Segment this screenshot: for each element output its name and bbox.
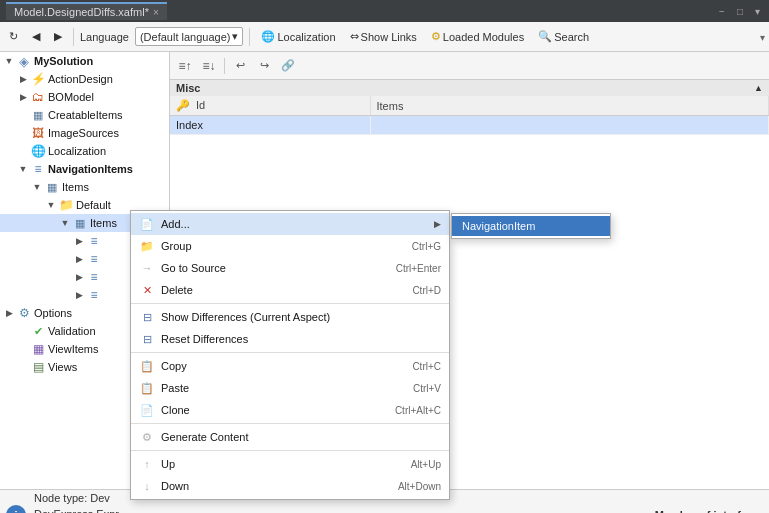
language-value: (Default language): [140, 31, 231, 43]
ctx-item-generate-content[interactable]: ⚙ Generate Content: [131, 426, 449, 448]
nav3-icon: ≡: [86, 269, 102, 285]
language-selector[interactable]: (Default language) ▾: [135, 27, 244, 46]
ctx-item-copy[interactable]: 📋 Copy Ctrl+C: [131, 355, 449, 377]
goto-source-icon: →: [139, 260, 155, 276]
ctx-shortcut-paste: Ctrl+V: [413, 383, 441, 394]
ctx-shortcut-down: Alt+Down: [398, 481, 441, 492]
cell-id: Index: [170, 116, 370, 135]
label-views: Views: [48, 361, 77, 373]
label-creatableitems: CreatableItems: [48, 109, 123, 121]
show-links-button[interactable]: ⇔ Show Links: [345, 27, 422, 46]
creatableitems-icon: ▦: [30, 107, 46, 123]
toggle-default[interactable]: ▼: [44, 200, 58, 210]
sidebar-item-navigationitems[interactable]: ▼ ≡ NavigationItems: [0, 160, 169, 178]
group-icon: 📁: [139, 238, 155, 254]
overflow-button[interactable]: ▾: [752, 5, 763, 18]
col-id-label: Id: [196, 99, 205, 111]
main-toolbar: ↻ ◀ ▶ Language (Default language) ▾ 🌐 Lo…: [0, 22, 769, 52]
toggle-actiondesign[interactable]: ▶: [16, 74, 30, 84]
label-mysolution: MySolution: [34, 55, 93, 67]
ctx-label-down: Down: [161, 480, 392, 492]
nav4-icon: ≡: [86, 287, 102, 303]
sidebar-item-items-l1[interactable]: ▼ ▦ Items: [0, 178, 169, 196]
add-submenu-arrow: ▶: [434, 219, 441, 229]
show-diff-icon: ⊟: [139, 309, 155, 325]
up-icon: ↑: [139, 456, 155, 472]
sort-asc-button[interactable]: ≡↑: [174, 55, 196, 77]
toolbar-separator-2: [249, 28, 250, 46]
action-icon: ⚡: [30, 71, 46, 87]
loaded-modules-button[interactable]: ⚙ Loaded Modules: [426, 27, 529, 46]
ctx-item-clone[interactable]: 📄 Clone Ctrl+Alt+C: [131, 399, 449, 421]
undo-button[interactable]: ↩: [229, 55, 251, 77]
sidebar-item-mysolution[interactable]: ▼ ◈ MySolution: [0, 52, 169, 70]
localization-button[interactable]: 🌐 Localization: [256, 27, 340, 46]
label-localization: Localization: [48, 145, 106, 157]
viewitems-icon: ▦: [30, 341, 46, 357]
clone-icon: 📄: [139, 402, 155, 418]
ctx-item-down[interactable]: ↓ Down Alt+Down: [131, 475, 449, 497]
toggle-nav1[interactable]: ▶: [72, 236, 86, 246]
submenu-label-navigationitem: NavigationItem: [462, 220, 535, 232]
label-validation: Validation: [48, 325, 96, 337]
toggle-navigationitems[interactable]: ▼: [16, 164, 30, 174]
ctx-sep-4: [131, 450, 449, 451]
maximize-button[interactable]: □: [734, 5, 746, 18]
misc-collapse-button[interactable]: ▲: [754, 83, 763, 93]
sidebar-item-actiondesign[interactable]: ▶ ⚡ ActionDesign: [0, 70, 169, 88]
ctx-item-show-differences[interactable]: ⊟ Show Differences (Current Aspect): [131, 306, 449, 328]
toggle-bomodel[interactable]: ▶: [16, 92, 30, 102]
ctx-item-group[interactable]: 📁 Group Ctrl+G: [131, 235, 449, 257]
link-button[interactable]: 🔗: [277, 55, 299, 77]
tab-close-button[interactable]: ×: [153, 7, 159, 18]
submenu-item-navigationitem[interactable]: NavigationItem: [452, 216, 610, 236]
language-dropdown-icon[interactable]: ▾: [232, 30, 238, 43]
toggle-items-l1[interactable]: ▼: [30, 182, 44, 192]
label-navigationitems: NavigationItems: [48, 163, 133, 175]
status-node-type-full: DevExpress.Expr...: [34, 507, 128, 513]
col-header-id: 🔑 Id: [170, 96, 370, 116]
toggle-nav4[interactable]: ▶: [72, 290, 86, 300]
localization-label: Localization: [277, 31, 335, 43]
redo-button[interactable]: ↪: [253, 55, 275, 77]
label-items-l2: Items: [90, 217, 117, 229]
ctx-item-add[interactable]: 📄 Add... ▶ NavigationItem: [131, 213, 449, 235]
sidebar-item-localization[interactable]: ▶ 🌐 Localization: [0, 142, 169, 160]
reset-diff-icon: ⊟: [139, 331, 155, 347]
views-icon: ▤: [30, 359, 46, 375]
context-menu: 📄 Add... ▶ NavigationItem 📁 Group Ctrl+G…: [130, 210, 450, 500]
toggle-options[interactable]: ▶: [2, 308, 16, 318]
search-button[interactable]: 🔍 Search: [533, 27, 594, 46]
ctx-label-copy: Copy: [161, 360, 406, 372]
ctx-item-goto-source[interactable]: → Go to Source Ctrl+Enter: [131, 257, 449, 279]
ctx-label-delete: Delete: [161, 284, 406, 296]
search-label: Search: [554, 31, 589, 43]
toolbar-overflow: ▾: [760, 30, 765, 44]
sidebar-item-creatableitems[interactable]: ▶ ▦ CreatableItems: [0, 106, 169, 124]
ctx-item-paste[interactable]: 📋 Paste Ctrl+V: [131, 377, 449, 399]
forward-icon: ▶: [54, 30, 62, 43]
back-button[interactable]: ◀: [27, 27, 45, 46]
toggle-nav3[interactable]: ▶: [72, 272, 86, 282]
show-links-label: Show Links: [361, 31, 417, 43]
ctx-item-up[interactable]: ↑ Up Alt+Up: [131, 453, 449, 475]
sidebar-item-bomodel[interactable]: ▶ 🗂 BOModel: [0, 88, 169, 106]
ctx-item-reset-differences[interactable]: ⊟ Reset Differences: [131, 328, 449, 350]
toggle-nav2[interactable]: ▶: [72, 254, 86, 264]
refresh-button[interactable]: ↻: [4, 27, 23, 46]
overflow-icon[interactable]: ▾: [760, 32, 765, 43]
language-label: Language: [80, 31, 129, 43]
bomodel-icon: 🗂: [30, 89, 46, 105]
sort-desc-button[interactable]: ≡↓: [198, 55, 220, 77]
minimize-button[interactable]: −: [716, 5, 728, 18]
forward-button[interactable]: ▶: [49, 27, 67, 46]
ctx-item-delete[interactable]: ✕ Delete Ctrl+D: [131, 279, 449, 301]
sidebar-item-imagesources[interactable]: ▶ 🖼 ImageSources: [0, 124, 169, 142]
title-bar: Model.DesignedDiffs.xafml* × − □ ▾: [0, 0, 769, 22]
toggle-items-l2[interactable]: ▼: [58, 218, 72, 228]
col-items-label: Items: [377, 100, 404, 112]
title-tab[interactable]: Model.DesignedDiffs.xafml* ×: [6, 2, 167, 20]
table-row[interactable]: Index: [170, 116, 769, 135]
link-icon: ⇔: [350, 30, 359, 43]
toggle-mysolution[interactable]: ▼: [2, 56, 16, 66]
